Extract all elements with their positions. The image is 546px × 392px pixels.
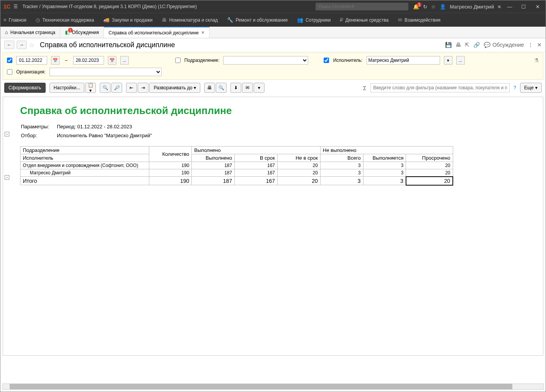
save-icon[interactable]: 💾 [445, 42, 452, 48]
generate-button[interactable]: Сформировать [4, 83, 46, 93]
division-select[interactable] [223, 56, 308, 65]
col-division: Подразделение [20, 146, 149, 154]
tab-report[interactable]: Справка об исполнительской дисциплине ✕ [104, 27, 210, 38]
find-next-button[interactable]: 🔎 [111, 83, 122, 93]
executor-checkbox[interactable] [324, 58, 329, 63]
period-text: Период: 01.12.2022 - 28.02.2023 [57, 123, 152, 131]
period-checkbox[interactable] [7, 58, 12, 63]
discuss-button[interactable]: 💬 Обсуждение [484, 42, 524, 48]
money-icon: ₽ [340, 17, 343, 23]
menu-support[interactable]: ◷Техническая поддержка [36, 17, 94, 23]
notifications-button[interactable]: 🔔 1 [413, 4, 419, 10]
date-to-input[interactable] [73, 56, 104, 65]
print-button[interactable]: 🖶 [204, 83, 215, 93]
preview-button[interactable]: 🔍 [216, 83, 227, 93]
table-row[interactable]: Матреско Дмитрий 190 187 167 20 3 3 20 [20, 169, 453, 177]
menu-interactions[interactable]: ✉Взаимодействия [398, 17, 440, 23]
table-total-row[interactable]: Итого 190 187 167 20 3 3 20 [20, 177, 453, 185]
col-done: Выполнено [192, 154, 235, 162]
horizontal-scrollbar[interactable] [2, 383, 544, 390]
executor-more-button[interactable]: ... [456, 56, 465, 65]
menu-repair[interactable]: 🔧Ремонт и обслуживание [227, 17, 288, 23]
collapse-button[interactable]: ⇤ [126, 83, 137, 93]
tab-home[interactable]: ⌂ Начальная страница [0, 27, 60, 38]
selected-cell[interactable]: 20 [406, 177, 453, 185]
table-row[interactable]: Отдел внедрения и сопровождения (Софтони… [20, 162, 453, 169]
save-dropdown-button[interactable]: ▾ [254, 83, 264, 93]
filter-text: Исполнитель Равно "Матреско Дмитрий" [57, 132, 152, 140]
org-select[interactable] [49, 68, 162, 76]
executor-select[interactable] [367, 56, 440, 65]
col-done-group: Выполнено [192, 146, 320, 154]
lifebuoy-icon: ◷ [36, 17, 40, 23]
close-page-icon[interactable]: ✕ [537, 42, 542, 48]
page-header-actions: 💾 🖶 ⇱ 🔗 💬 Обсуждение ⋮ ✕ [445, 42, 542, 48]
date-from-picker-button[interactable]: 📅 [51, 56, 60, 65]
report-filter-input[interactable] [370, 83, 510, 92]
more-vertical-icon[interactable]: ⋮ [528, 42, 533, 48]
window-title: Tracker / Управление IT-отделом 8, редак… [22, 4, 316, 9]
executor-label: Исполнитель: [333, 58, 362, 63]
history-icon[interactable]: ↻ [423, 4, 427, 10]
menu-main[interactable]: ≡Главное [3, 17, 26, 23]
page-header: ← → ☆ Справка об исполнительской дисципл… [0, 38, 546, 52]
period-more-button[interactable]: ... [120, 56, 129, 65]
printer-icon: 🖶 [162, 17, 167, 23]
export-icon[interactable]: ⇱ [465, 42, 469, 48]
save-file-button[interactable]: ⬇ [230, 83, 241, 93]
nav-back-button[interactable]: ← [4, 41, 14, 49]
menu-money[interactable]: ₽Денежные средства [340, 17, 389, 23]
mail-icon: ✉ [398, 17, 402, 23]
titlebar: 1C ☰ Tracker / Управление IT-отделом 8, … [0, 0, 546, 13]
settings-lines-icon[interactable]: ≡ [498, 4, 501, 10]
filter-funnel-icon[interactable]: ⚗ [534, 57, 539, 63]
col-overdue: Просрочено [406, 154, 453, 162]
maximize-button[interactable]: ☐ [519, 4, 529, 10]
chat-bubble-icon: 💬 [484, 42, 490, 48]
wrench-icon: 🔧 [227, 17, 233, 23]
report-area: − Справка об исполнительской дисциплине … [3, 97, 543, 356]
user-icon[interactable]: 👤 [440, 4, 446, 10]
division-checkbox[interactable] [175, 58, 181, 63]
star-icon[interactable]: ☆ [431, 4, 436, 10]
settings-button[interactable]: Настройки... [49, 83, 85, 93]
date-to-picker-button[interactable]: 📅 [108, 56, 116, 65]
email-button[interactable]: ✉ [242, 83, 253, 93]
tab-discussions[interactable]: ◧ 1 Обсуждения [60, 27, 104, 38]
settings-dropdown-button[interactable]: 📋▾ [85, 83, 96, 93]
date-dash: – [65, 58, 68, 63]
close-window-button[interactable]: ✕ [532, 4, 543, 10]
hamburger-icon[interactable]: ☰ [14, 4, 18, 9]
menu-warehouse[interactable]: 🖶Номенклатура и склад [162, 17, 218, 23]
org-checkbox[interactable] [7, 69, 12, 75]
menu-purchases[interactable]: 🚚Закупки и продажи [103, 17, 152, 23]
date-from-input[interactable] [16, 56, 47, 65]
col-ontime: В срок [235, 154, 278, 162]
link-icon[interactable]: 🔗 [473, 42, 480, 48]
tab-close-icon[interactable]: ✕ [201, 30, 205, 35]
expand-to-button[interactable]: Разворачивать до ▾ [149, 83, 200, 93]
col-notdone-group: Не выполнено [320, 146, 453, 154]
favorite-star-icon[interactable]: ☆ [29, 41, 34, 49]
executor-dropdown-button[interactable]: ▾ [444, 56, 452, 65]
org-label: Организация: [16, 69, 46, 75]
help-icon[interactable]: ? [514, 85, 516, 90]
tree-collapse-group[interactable]: − [5, 175, 9, 180]
nav-forward-button[interactable]: → [17, 41, 27, 49]
more-button[interactable]: Еще ▾ [520, 83, 542, 93]
menu-employees[interactable]: 👥Сотрудники [297, 17, 331, 23]
minimize-button[interactable]: — [505, 4, 515, 10]
expand-button[interactable]: ⇥ [138, 83, 148, 93]
tabs-bar: ⌂ Начальная страница ◧ 1 Обсуждения Спра… [0, 27, 546, 38]
col-inprogress: Выполняется [363, 154, 406, 162]
print-icon[interactable]: 🖶 [456, 42, 461, 48]
find-button[interactable]: 🔍 [100, 83, 111, 93]
page-title: Справка об исполнительской дисциплине [40, 41, 443, 49]
scrollbar-thumb[interactable] [10, 384, 512, 389]
sigma-icon[interactable]: Σ [363, 85, 367, 91]
truck-icon: 🚚 [103, 17, 109, 23]
report-toolbar: Сформировать Настройки... 📋▾ 🔍 🔎 ⇤ ⇥ Раз… [0, 80, 546, 95]
global-search-input[interactable] [316, 3, 408, 10]
tree-collapse-params[interactable]: − [5, 132, 9, 136]
col-executor: Исполнитель [20, 154, 149, 162]
